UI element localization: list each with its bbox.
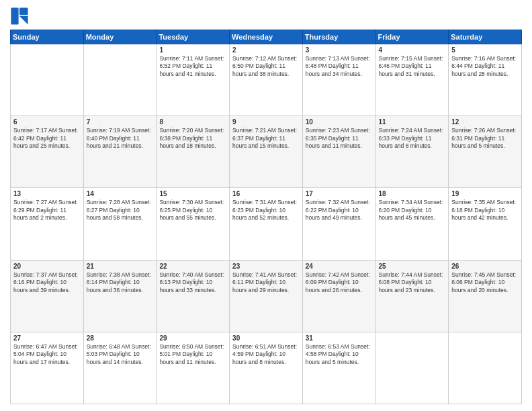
calendar-cell: 25Sunrise: 7:44 AM Sunset: 6:08 PM Dayli…: [375, 260, 449, 332]
day-info: Sunrise: 6:51 AM Sunset: 4:59 PM Dayligh…: [232, 343, 300, 366]
calendar-cell: 31Sunrise: 6:53 AM Sunset: 4:58 PM Dayli…: [302, 332, 375, 404]
calendar-cell: 2Sunrise: 7:12 AM Sunset: 6:50 PM Daylig…: [230, 44, 303, 116]
calendar-cell: 10Sunrise: 7:23 AM Sunset: 6:35 PM Dayli…: [302, 116, 375, 188]
day-info: Sunrise: 7:17 AM Sunset: 6:42 PM Dayligh…: [13, 127, 81, 150]
day-info: Sunrise: 7:21 AM Sunset: 6:37 PM Dayligh…: [232, 127, 300, 150]
day-number: 26: [451, 263, 519, 270]
calendar-cell: 22Sunrise: 7:40 AM Sunset: 6:13 PM Dayli…: [157, 260, 230, 332]
week-row-1: 6Sunrise: 7:17 AM Sunset: 6:42 PM Daylig…: [11, 116, 522, 188]
calendar-cell: 5Sunrise: 7:16 AM Sunset: 6:44 PM Daylig…: [449, 44, 522, 116]
day-number: 24: [306, 263, 373, 270]
weekday-friday: Friday: [375, 30, 449, 44]
day-info: Sunrise: 7:37 AM Sunset: 6:16 PM Dayligh…: [13, 271, 81, 294]
calendar-body: 1Sunrise: 7:11 AM Sunset: 6:52 PM Daylig…: [11, 44, 522, 404]
calendar-cell: 30Sunrise: 6:51 AM Sunset: 4:59 PM Dayli…: [230, 332, 303, 404]
svg-marker-2: [19, 16, 28, 25]
week-row-3: 20Sunrise: 7:37 AM Sunset: 6:16 PM Dayli…: [11, 260, 522, 332]
day-info: Sunrise: 7:38 AM Sunset: 6:14 PM Dayligh…: [87, 271, 154, 294]
day-number: 12: [451, 118, 519, 126]
calendar-cell: 3Sunrise: 7:13 AM Sunset: 6:48 PM Daylig…: [302, 44, 375, 116]
day-number: 17: [306, 190, 373, 197]
calendar-cell: 11Sunrise: 7:24 AM Sunset: 6:33 PM Dayli…: [375, 116, 449, 188]
weekday-saturday: Saturday: [449, 30, 522, 44]
day-number: 28: [87, 334, 154, 342]
calendar-cell: 9Sunrise: 7:21 AM Sunset: 6:37 PM Daylig…: [230, 116, 303, 188]
page: SundayMondayTuesdayWednesdayThursdayFrid…: [0, 0, 532, 411]
calendar-cell: 19Sunrise: 7:35 AM Sunset: 6:18 PM Dayli…: [449, 188, 522, 260]
day-info: Sunrise: 6:53 AM Sunset: 4:58 PM Dayligh…: [306, 343, 373, 366]
day-info: Sunrise: 7:45 AM Sunset: 6:06 PM Dayligh…: [451, 271, 519, 294]
day-info: Sunrise: 7:28 AM Sunset: 6:27 PM Dayligh…: [87, 199, 154, 222]
calendar-cell: 27Sunrise: 6:47 AM Sunset: 5:04 PM Dayli…: [11, 332, 84, 404]
day-number: 22: [159, 263, 226, 270]
week-row-4: 27Sunrise: 6:47 AM Sunset: 5:04 PM Dayli…: [11, 332, 522, 404]
day-number: 31: [306, 334, 373, 342]
weekday-monday: Monday: [83, 30, 157, 44]
day-number: 1: [159, 46, 226, 54]
calendar-cell: 1Sunrise: 7:11 AM Sunset: 6:52 PM Daylig…: [157, 44, 230, 116]
day-info: Sunrise: 7:32 AM Sunset: 6:22 PM Dayligh…: [306, 199, 373, 222]
weekday-header-row: SundayMondayTuesdayWednesdayThursdayFrid…: [11, 30, 522, 44]
day-info: Sunrise: 7:20 AM Sunset: 6:38 PM Dayligh…: [159, 127, 226, 150]
calendar-cell: 12Sunrise: 7:26 AM Sunset: 6:31 PM Dayli…: [449, 116, 522, 188]
calendar-cell: 13Sunrise: 7:27 AM Sunset: 6:29 PM Dayli…: [11, 188, 84, 260]
calendar-cell: 6Sunrise: 7:17 AM Sunset: 6:42 PM Daylig…: [11, 116, 84, 188]
day-info: Sunrise: 6:50 AM Sunset: 5:01 PM Dayligh…: [159, 343, 226, 366]
day-number: 14: [87, 190, 154, 197]
day-number: 15: [159, 190, 226, 197]
day-info: Sunrise: 7:19 AM Sunset: 6:40 PM Dayligh…: [87, 127, 154, 150]
calendar-cell: 23Sunrise: 7:41 AM Sunset: 6:11 PM Dayli…: [230, 260, 303, 332]
day-info: Sunrise: 7:40 AM Sunset: 6:13 PM Dayligh…: [159, 271, 226, 294]
day-number: 30: [232, 334, 300, 342]
logo: [10, 7, 32, 26]
day-number: 20: [13, 263, 81, 270]
calendar-cell: 4Sunrise: 7:15 AM Sunset: 6:46 PM Daylig…: [375, 44, 449, 116]
day-info: Sunrise: 7:16 AM Sunset: 6:44 PM Dayligh…: [451, 55, 519, 78]
day-number: 4: [379, 46, 446, 54]
calendar-cell: 7Sunrise: 7:19 AM Sunset: 6:40 PM Daylig…: [83, 116, 157, 188]
day-info: Sunrise: 7:13 AM Sunset: 6:48 PM Dayligh…: [306, 55, 373, 78]
day-number: 23: [232, 263, 300, 270]
calendar-cell: 16Sunrise: 7:31 AM Sunset: 6:23 PM Dayli…: [230, 188, 303, 260]
calendar-cell: 29Sunrise: 6:50 AM Sunset: 5:01 PM Dayli…: [157, 332, 230, 404]
day-info: Sunrise: 7:12 AM Sunset: 6:50 PM Dayligh…: [232, 55, 300, 78]
calendar-cell: 26Sunrise: 7:45 AM Sunset: 6:06 PM Dayli…: [449, 260, 522, 332]
day-info: Sunrise: 7:44 AM Sunset: 6:08 PM Dayligh…: [379, 271, 446, 294]
calendar-cell: 20Sunrise: 7:37 AM Sunset: 6:16 PM Dayli…: [11, 260, 84, 332]
day-number: 18: [379, 190, 446, 197]
day-number: 8: [159, 118, 226, 126]
weekday-tuesday: Tuesday: [157, 30, 230, 44]
day-info: Sunrise: 7:31 AM Sunset: 6:23 PM Dayligh…: [232, 199, 300, 222]
calendar: SundayMondayTuesdayWednesdayThursdayFrid…: [10, 30, 522, 404]
day-info: Sunrise: 7:30 AM Sunset: 6:25 PM Dayligh…: [159, 199, 226, 222]
header: [10, 7, 522, 26]
day-info: Sunrise: 7:24 AM Sunset: 6:33 PM Dayligh…: [379, 127, 446, 150]
day-info: Sunrise: 6:48 AM Sunset: 5:03 PM Dayligh…: [87, 343, 154, 366]
calendar-cell: [11, 44, 84, 116]
weekday-sunday: Sunday: [11, 30, 84, 44]
day-number: 25: [379, 263, 446, 270]
calendar-cell: [375, 332, 449, 404]
day-info: Sunrise: 7:42 AM Sunset: 6:09 PM Dayligh…: [306, 271, 373, 294]
day-number: 19: [451, 190, 519, 197]
calendar-cell: 28Sunrise: 6:48 AM Sunset: 5:03 PM Dayli…: [83, 332, 157, 404]
day-number: 13: [13, 190, 81, 197]
calendar-cell: 24Sunrise: 7:42 AM Sunset: 6:09 PM Dayli…: [302, 260, 375, 332]
day-number: 10: [306, 118, 373, 126]
weekday-thursday: Thursday: [302, 30, 375, 44]
day-info: Sunrise: 7:34 AM Sunset: 6:20 PM Dayligh…: [379, 199, 446, 222]
calendar-cell: [83, 44, 157, 116]
calendar-cell: 18Sunrise: 7:34 AM Sunset: 6:20 PM Dayli…: [375, 188, 449, 260]
weekday-wednesday: Wednesday: [230, 30, 303, 44]
calendar-cell: 15Sunrise: 7:30 AM Sunset: 6:25 PM Dayli…: [157, 188, 230, 260]
svg-rect-1: [19, 7, 28, 15]
week-row-2: 13Sunrise: 7:27 AM Sunset: 6:29 PM Dayli…: [11, 188, 522, 260]
day-number: 6: [13, 118, 81, 126]
day-number: 9: [232, 118, 300, 126]
day-number: 7: [87, 118, 154, 126]
day-info: Sunrise: 7:35 AM Sunset: 6:18 PM Dayligh…: [451, 199, 519, 222]
calendar-cell: [449, 332, 522, 404]
calendar-cell: 17Sunrise: 7:32 AM Sunset: 6:22 PM Dayli…: [302, 188, 375, 260]
day-number: 16: [232, 190, 300, 197]
week-row-0: 1Sunrise: 7:11 AM Sunset: 6:52 PM Daylig…: [11, 44, 522, 116]
